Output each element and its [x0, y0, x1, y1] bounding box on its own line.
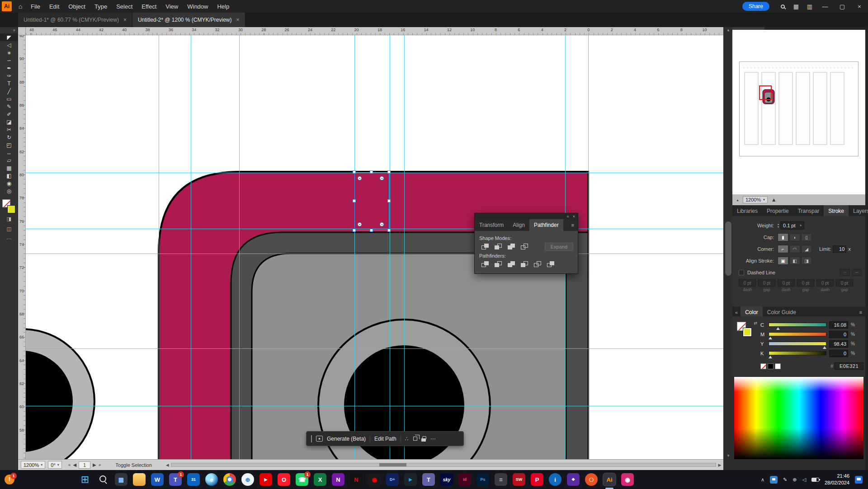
- free-transform-tool[interactable]: ▱: [0, 156, 18, 164]
- color-spectrum[interactable]: [734, 377, 863, 459]
- tab-close-icon[interactable]: ×: [123, 17, 127, 23]
- edit-toolbar-icon[interactable]: ⋯: [0, 234, 18, 244]
- align-dash-icon[interactable]: ┅: [852, 269, 862, 276]
- navigator-preview[interactable]: [732, 30, 865, 194]
- bevel-join-button[interactable]: ◢: [801, 245, 812, 253]
- guide-horizontal[interactable]: [26, 254, 723, 254]
- toolbar-collapse-icon[interactable]: »: [0, 27, 18, 33]
- whatsapp-icon[interactable]: ☎ 1: [296, 473, 308, 486]
- zoom-level-select[interactable]: 1200%▾: [21, 461, 45, 469]
- sky-icon[interactable]: sky: [440, 473, 453, 486]
- panel-tab[interactable]: Transform: [475, 219, 508, 231]
- menu-item[interactable]: Object: [64, 0, 90, 13]
- first-artboard-icon[interactable]: «: [68, 462, 71, 467]
- clock[interactable]: 21:46 28/02/2024: [825, 473, 849, 486]
- unite[interactable]: [479, 242, 491, 251]
- none-swatch[interactable]: [760, 363, 766, 369]
- rotation-select[interactable]: 0°▾: [48, 461, 62, 469]
- maximize-button[interactable]: ▢: [834, 0, 851, 13]
- dash-field[interactable]: 0 pt dash: [778, 279, 795, 292]
- teams-classic-icon[interactable]: T: [422, 473, 435, 486]
- guide-vertical[interactable]: [191, 35, 191, 459]
- expand-button[interactable]: Expand: [545, 243, 573, 251]
- miter-join-button[interactable]: ⌐: [778, 245, 788, 253]
- horizontal-scroll-thumb[interactable]: [379, 463, 406, 466]
- duplicate-icon[interactable]: [413, 437, 417, 441]
- last-artboard-icon[interactable]: »: [99, 462, 101, 467]
- align-inside-button[interactable]: ◧: [789, 257, 800, 265]
- slider-track[interactable]: [769, 332, 826, 336]
- horizontal-ruler[interactable]: 48 46 44 42 40 38 36 34 32 30 28 26: [26, 27, 723, 35]
- selection-handle[interactable]: [353, 199, 356, 202]
- curvature-tool[interactable]: ✑: [0, 72, 18, 80]
- vertical-scrollbar[interactable]: ▲ ▼: [723, 27, 732, 459]
- indesign-icon[interactable]: Id: [458, 473, 471, 486]
- youtube-icon[interactable]: ▶: [259, 473, 272, 486]
- retarget-icon[interactable]: ∴: [405, 436, 409, 442]
- guide-vertical[interactable]: [390, 35, 390, 459]
- selection-handle[interactable]: [370, 229, 373, 232]
- share-button[interactable]: Share: [742, 2, 769, 11]
- dash-field[interactable]: 0 pt gap: [797, 279, 814, 292]
- eraser-tool[interactable]: ◪: [0, 118, 18, 126]
- prime-video-icon[interactable]: ▶: [404, 473, 417, 486]
- intersect[interactable]: [505, 242, 517, 251]
- slider-thumb[interactable]: [776, 327, 780, 330]
- collapse-panel-icon[interactable]: «: [567, 214, 569, 219]
- menu-item[interactable]: Help: [212, 0, 234, 13]
- scroll-up-icon[interactable]: ▲: [724, 27, 733, 33]
- selection-bounding-box[interactable]: [354, 172, 389, 230]
- artboard-number-field[interactable]: 1: [79, 461, 90, 469]
- slider-thumb[interactable]: [823, 346, 826, 349]
- panel-tab[interactable]: Libraries: [732, 205, 762, 217]
- word-icon[interactable]: W: [151, 473, 164, 486]
- guide-vertical[interactable]: [354, 35, 355, 459]
- panel-tab[interactable]: Pathfinder: [529, 219, 563, 231]
- close-button[interactable]: ×: [851, 0, 868, 13]
- next-artboard-icon[interactable]: ▶: [93, 462, 96, 467]
- calculator-icon[interactable]: =: [495, 473, 507, 486]
- navigator-zoom-select[interactable]: 1200%▾: [743, 196, 768, 203]
- teams-icon[interactable]: T 1: [169, 473, 182, 486]
- trim[interactable]: [492, 260, 504, 269]
- butt-cap-button[interactable]: ▮: [778, 233, 788, 241]
- scroll-right-icon[interactable]: ▶: [716, 463, 723, 467]
- merge[interactable]: [505, 260, 517, 269]
- notification-center-icon[interactable]: [855, 476, 863, 484]
- pinterest-icon[interactable]: P: [531, 473, 543, 486]
- home-icon[interactable]: ⌂: [14, 3, 26, 10]
- anchor-point[interactable]: [358, 176, 362, 180]
- exclude[interactable]: [519, 242, 530, 251]
- selection-tool[interactable]: ◤: [0, 33, 18, 41]
- blend-tool[interactable]: ◎: [0, 187, 18, 195]
- guide-horizontal[interactable]: [26, 348, 723, 349]
- channel-value-field[interactable]: 0: [829, 350, 848, 357]
- minus-front[interactable]: [492, 242, 504, 251]
- network-icon[interactable]: ⊕: [793, 477, 797, 483]
- photoshop-icon[interactable]: Ps: [476, 473, 489, 486]
- selection-handle[interactable]: [353, 229, 356, 232]
- illustrator-icon[interactable]: Ai: [603, 473, 616, 486]
- start-button[interactable]: ⊞: [79, 473, 91, 486]
- miter-limit-field[interactable]: 10: [833, 245, 846, 253]
- channel-value-field[interactable]: 98.43: [829, 340, 848, 348]
- search-icon[interactable]: [97, 473, 109, 486]
- netflix-icon[interactable]: N: [350, 473, 363, 486]
- gradient-tool[interactable]: ◧: [0, 172, 18, 179]
- eyedropper-tool[interactable]: ◉: [0, 179, 18, 187]
- dash-field[interactable]: 0 pt gap: [836, 279, 853, 292]
- outlook-calendar-icon[interactable]: 31: [187, 473, 200, 486]
- opera-icon[interactable]: O: [278, 473, 290, 486]
- mesh-tool[interactable]: ▦: [0, 164, 18, 172]
- black-swatch[interactable]: [768, 363, 774, 369]
- minus-back[interactable]: [545, 260, 557, 269]
- drag-handle[interactable]: [311, 435, 312, 442]
- selection-handle[interactable]: [387, 170, 391, 174]
- guide-vertical[interactable]: [588, 35, 589, 459]
- stroke-weight-select[interactable]: 0.1 pt▾: [780, 221, 804, 230]
- scroll-down-icon[interactable]: ▼: [724, 453, 733, 459]
- lasso-tool[interactable]: ∽: [0, 56, 18, 64]
- align-center-button[interactable]: ▣: [778, 257, 788, 265]
- hex-value-field[interactable]: E0E321: [835, 362, 863, 370]
- dashed-line-checkbox[interactable]: [739, 270, 744, 275]
